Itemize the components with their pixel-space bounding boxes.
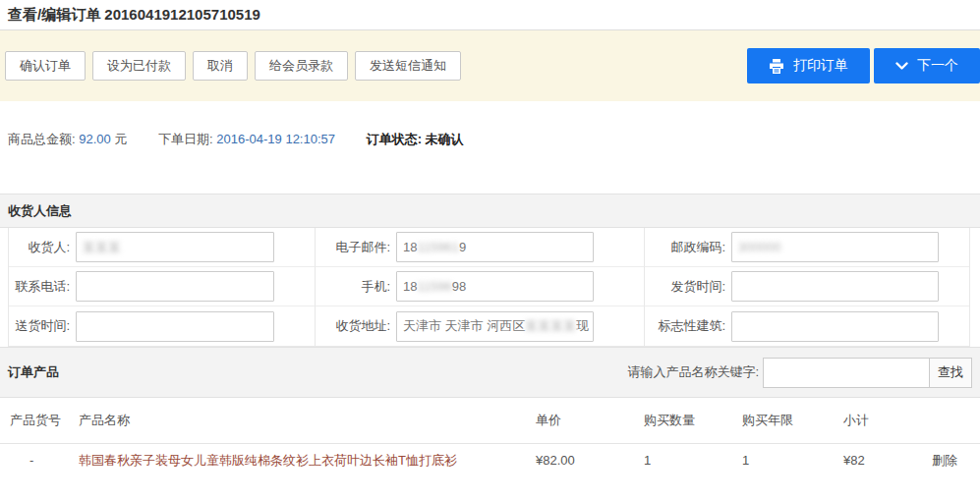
product-subtotal: ¥82 [843, 453, 932, 468]
consignee-section-title: 收货人信息 [8, 202, 72, 220]
landmark-label: 标志性建筑: [649, 317, 725, 335]
phone-label: 联系电话: [13, 278, 70, 296]
zipcode-label: 邮政编码: [649, 239, 725, 256]
field-mobile: 手机: 181159698 [316, 267, 645, 306]
product-years: 1 [742, 453, 843, 468]
product-search-area: 请输入产品名称关键字: 查找 [627, 358, 972, 388]
next-order-label: 下一个 [917, 57, 958, 75]
address-input[interactable]: 天津市 天津市 河西区某某某某现 [396, 311, 594, 342]
field-receiver: 收货人: 某某某 [9, 228, 316, 267]
order-date: 下单日期: 2016-04-19 12:10:57 [158, 132, 339, 146]
record-member-payment-button[interactable]: 给会员录款 [255, 51, 348, 81]
order-status-value: 未确认 [426, 132, 464, 146]
col-years: 购买年限 [742, 412, 843, 429]
field-ship-time: 发货时间: [645, 267, 969, 306]
landmark-input[interactable] [731, 311, 939, 342]
delivery-time-label: 送货时间: [13, 317, 70, 335]
mobile-redacted-value: 11596 [417, 279, 451, 294]
address-value-prefix: 天津市 天津市 河西区 [403, 317, 525, 335]
consignee-form: 收货人: 某某某 电子邮件: 181159619 邮政编码: 300000 联系… [8, 228, 970, 347]
mobile-input[interactable]: 181159698 [396, 271, 594, 302]
products-table-header: 产品货号 产品名称 单价 购买数量 购买年限 小计 [0, 398, 980, 444]
page-title: 查看/编辑订单 2016041912105710519 [8, 6, 260, 25]
print-order-label: 打印订单 [793, 57, 848, 75]
order-total-value: 92.00 [79, 132, 111, 146]
receiver-input[interactable]: 某某某 [76, 232, 274, 262]
product-search-button[interactable]: 查找 [929, 358, 972, 388]
receiver-redacted-value: 某某某 [83, 239, 121, 256]
order-total-label: 商品总金额: [8, 132, 76, 146]
product-price: ¥82.00 [536, 453, 644, 468]
product-search-input[interactable] [763, 358, 930, 388]
consignee-section-header: 收货人信息 [0, 194, 980, 228]
mobile-value-prefix: 18 [403, 279, 417, 294]
product-qty: 1 [644, 453, 742, 468]
order-total-unit: 元 [114, 132, 127, 146]
delivery-time-input[interactable] [76, 311, 274, 342]
ship-time-label: 发货时间: [649, 278, 725, 296]
field-phone: 联系电话: [9, 267, 316, 306]
receiver-label: 收货人: [13, 239, 70, 256]
col-name: 产品名称 [79, 412, 536, 429]
email-value-prefix: 18 [403, 240, 417, 254]
zipcode-input[interactable]: 300000 [731, 232, 939, 262]
products-table: 产品货号 产品名称 单价 购买数量 购买年限 小计 - 韩国春秋亲子装母女儿童韩… [0, 398, 980, 476]
col-sku: 产品货号 [10, 412, 79, 429]
send-sms-button[interactable]: 发送短信通知 [355, 51, 461, 81]
print-order-button[interactable]: 打印订单 [747, 48, 870, 83]
order-date-label: 下单日期: [158, 132, 213, 146]
zipcode-redacted-value: 300000 [738, 240, 780, 254]
page-header: 查看/编辑订单 2016041912105710519 [0, 0, 980, 30]
email-value-suffix: 9 [459, 240, 466, 254]
email-input[interactable]: 181159619 [396, 232, 594, 262]
field-zipcode: 邮政编码: 300000 [645, 228, 969, 267]
table-row: - 韩国春秋亲子装母女儿童韩版纯棉条纹衫上衣荷叶边长袖T恤打底衫 ¥82.00 … [0, 444, 980, 476]
address-redacted-value: 某某某某 [525, 317, 576, 335]
order-date-value: 2016-04-19 12:10:57 [216, 132, 335, 146]
cancel-button[interactable]: 取消 [193, 51, 248, 81]
product-sku: - [10, 453, 79, 468]
email-redacted-value: 115961 [417, 240, 458, 254]
field-delivery-time: 送货时间: [9, 306, 316, 346]
next-order-button[interactable]: 下一个 [874, 48, 980, 83]
mobile-value-suffix: 98 [452, 279, 466, 294]
products-section-title: 订单产品 [8, 363, 59, 381]
order-total: 商品总金额: 92.00 元 [8, 132, 131, 146]
order-status: 订单状态: 未确认 [367, 132, 464, 146]
delete-product-link[interactable]: 删除 [932, 452, 980, 470]
col-qty: 购买数量 [644, 412, 742, 429]
chevron-down-icon [895, 62, 908, 71]
set-paid-button[interactable]: 设为已付款 [92, 51, 186, 81]
product-name-link[interactable]: 韩国春秋亲子装母女儿童韩版纯棉条纹衫上衣荷叶边长袖T恤打底衫 [79, 452, 536, 470]
ship-time-input[interactable] [731, 271, 939, 302]
toolbar-right-group: 打印订单 下一个 [747, 48, 980, 83]
address-value-suffix: 现 [576, 317, 589, 335]
mobile-label: 手机: [319, 278, 390, 296]
phone-input[interactable] [76, 271, 274, 302]
confirm-order-button[interactable]: 确认订单 [5, 51, 86, 81]
order-summary: 商品总金额: 92.00 元 下单日期: 2016-04-19 12:10:57… [0, 101, 980, 194]
col-subtotal: 小计 [843, 412, 932, 429]
order-status-label: 订单状态: [367, 132, 422, 146]
field-address: 收货地址: 天津市 天津市 河西区某某某某现 [316, 306, 645, 346]
printer-icon [769, 59, 784, 74]
order-toolbar: 确认订单 设为已付款 取消 给会员录款 发送短信通知 打印订单 [0, 30, 980, 101]
email-label: 电子邮件: [319, 239, 390, 256]
products-section-header: 订单产品 请输入产品名称关键字: 查找 [0, 347, 980, 398]
field-email: 电子邮件: 181159619 [316, 228, 645, 267]
col-price: 单价 [536, 412, 644, 429]
product-search-label: 请输入产品名称关键字: [627, 363, 759, 381]
address-label: 收货地址: [319, 317, 390, 335]
field-landmark: 标志性建筑: [645, 306, 969, 346]
